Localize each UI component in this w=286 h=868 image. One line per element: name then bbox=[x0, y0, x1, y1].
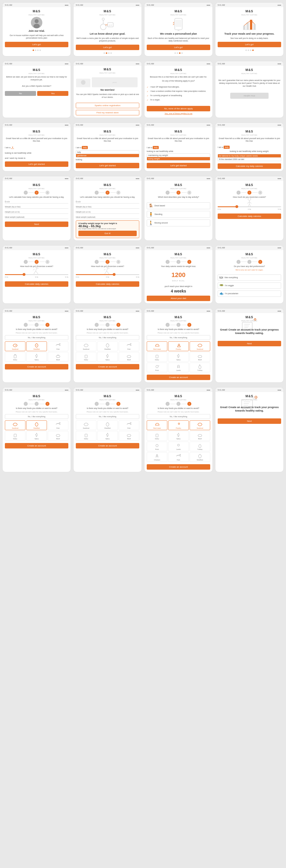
food-shellfish[interactable]: Shellfish bbox=[26, 341, 47, 351]
food-poultry[interactable]: Poultry bbox=[168, 341, 189, 351]
food-seafood[interactable]: Seafood bbox=[5, 341, 26, 351]
about-diet-button[interactable]: About your diet bbox=[147, 296, 210, 301]
next-button[interactable]: Next bbox=[218, 341, 281, 346]
veggie-option[interactable]: 🥗 I'm veggie bbox=[218, 282, 281, 289]
option-lady[interactable]: lady bbox=[76, 151, 139, 154]
food-dairy[interactable]: Dairy bbox=[5, 352, 26, 362]
weight-input[interactable] bbox=[76, 205, 139, 209]
create-account-button[interactable]: Create an account bbox=[5, 443, 68, 448]
food-shellfish[interactable]: Shellfish bbox=[97, 421, 118, 430]
gotit-button[interactable]: Got it! bbox=[78, 231, 137, 236]
get-started-button[interactable]: Let's get started bbox=[5, 161, 68, 167]
food-shellfish[interactable]: Shellfish bbox=[26, 421, 47, 430]
exercise-slider[interactable] bbox=[218, 206, 281, 207]
food-chicken[interactable]: Chicken bbox=[147, 452, 167, 462]
gender-dropdown[interactable]: ▼ bbox=[11, 146, 14, 149]
food-beef[interactable]: Beef bbox=[119, 431, 139, 441]
food-spicy[interactable]: Spicy bbox=[97, 431, 118, 441]
no-i-like-button[interactable]: No, I like everything bbox=[5, 335, 68, 340]
food-lamb[interactable]: Lamb bbox=[168, 442, 189, 451]
get-started-button[interactable]: Let's get started bbox=[147, 163, 210, 168]
food-lamb[interactable]: Lamb bbox=[168, 363, 189, 372]
food-redmeat[interactable]: Red meat bbox=[147, 341, 167, 351]
food-spicy[interactable]: Spicy bbox=[168, 431, 189, 441]
no-i-like-button[interactable]: No, I like everything bbox=[76, 335, 139, 340]
food-seafood[interactable]: Seafood bbox=[190, 341, 210, 351]
food-spicy[interactable]: Spicy bbox=[26, 431, 47, 441]
find-store-button[interactable]: Find my nearest store bbox=[76, 110, 139, 115]
no-i-like-button[interactable]: No, I like everything bbox=[5, 414, 68, 419]
food-fish[interactable]: Fish bbox=[119, 421, 139, 430]
next-button[interactable]: Next bbox=[218, 418, 281, 424]
standing-option[interactable]: 🧍 Standing bbox=[147, 211, 210, 218]
height-input[interactable] bbox=[76, 210, 139, 214]
ideal-weight-input[interactable] bbox=[76, 216, 139, 219]
height-input[interactable] bbox=[5, 210, 68, 214]
food-beef[interactable]: Beef bbox=[190, 431, 210, 441]
next-button[interactable]: Next bbox=[5, 221, 68, 227]
food-shellfish2[interactable]: Shellfish bbox=[190, 452, 210, 462]
food-turkey[interactable]: Turkey bbox=[190, 442, 210, 451]
food-redmeat[interactable]: Red meat bbox=[147, 421, 167, 430]
gender-selected[interactable]: lady bbox=[224, 146, 230, 149]
health-hub-button[interactable]: Health Hub bbox=[230, 93, 268, 99]
pescatarian-option[interactable]: 🐟 I'm pescatarian bbox=[218, 290, 281, 297]
none-apply-button[interactable]: No, none of the above apply bbox=[147, 106, 210, 111]
get-started-button[interactable]: Let's get started bbox=[76, 163, 139, 168]
calc-calories-button[interactable]: Calculate daily calories bbox=[5, 281, 68, 287]
no-button[interactable]: No bbox=[5, 91, 36, 96]
food-seafood[interactable]: Seafood bbox=[190, 421, 210, 430]
food-fish[interactable]: Fish bbox=[48, 421, 68, 430]
create-account-button[interactable]: Create an account bbox=[147, 375, 210, 380]
food-spicy[interactable]: Spicy bbox=[168, 352, 189, 362]
food-beef[interactable]: Beef bbox=[48, 352, 68, 362]
weight-input[interactable] bbox=[5, 205, 68, 209]
food-seafood[interactable]: Seafood bbox=[76, 341, 96, 351]
food-dairy[interactable]: Dairy bbox=[147, 431, 167, 441]
food-dairy[interactable]: Dairy bbox=[76, 352, 96, 362]
food-seafood[interactable]: Seafood bbox=[76, 421, 96, 430]
food-fish[interactable]: Fish bbox=[119, 341, 139, 351]
no-i-like-button[interactable]: No, I like everything bbox=[76, 414, 139, 419]
calc-calories-button[interactable]: Calculate daily calories bbox=[76, 281, 139, 287]
create-account-button[interactable]: Create an account bbox=[5, 364, 68, 369]
food-dairy[interactable]: Dairy bbox=[5, 431, 26, 441]
food-poultry[interactable]: Poultry bbox=[168, 421, 189, 430]
food-pork[interactable]: Pork bbox=[147, 442, 167, 451]
ideal-weight-input[interactable] bbox=[5, 216, 68, 219]
food-beef[interactable]: Beef bbox=[190, 352, 210, 362]
lets-go-button[interactable]: Let's go! bbox=[76, 44, 139, 50]
exercise-slider[interactable] bbox=[76, 274, 139, 275]
food-beef[interactable]: Beef bbox=[48, 431, 68, 441]
exercise-slider[interactable] bbox=[5, 274, 68, 275]
gender-selected[interactable]: lady bbox=[82, 146, 88, 149]
option-standard-calorie[interactable]: fit the standard 2000 cal diet bbox=[218, 158, 281, 161]
food-fish2[interactable]: Fish bbox=[168, 452, 189, 462]
dob-input[interactable] bbox=[5, 200, 68, 204]
lets-go-button[interactable]: Let's go! bbox=[218, 42, 281, 47]
option-gentleman[interactable]: gentleman bbox=[76, 154, 139, 157]
yes-button[interactable]: Yes bbox=[37, 91, 68, 96]
no-i-like-button[interactable]: No, I like everything bbox=[147, 335, 210, 340]
option-body-calorie[interactable]: be tailored to my body unique calorie ne… bbox=[218, 154, 281, 158]
option-maintain[interactable]: maintaining my weight bbox=[147, 154, 210, 157]
food-fish[interactable]: Fish bbox=[48, 341, 68, 351]
food-spicy[interactable]: Spicy bbox=[97, 352, 118, 362]
moving-option[interactable]: 🚶 Moving around bbox=[147, 219, 210, 226]
food-beef[interactable]: Beef bbox=[119, 352, 139, 362]
calc-calories-button[interactable]: Calculate my daily calories bbox=[218, 163, 281, 169]
gender-selected[interactable]: lady bbox=[153, 146, 159, 149]
food-dairy[interactable]: Dairy bbox=[76, 431, 96, 441]
lets-go-button[interactable]: Let's go! bbox=[5, 42, 68, 47]
desk-option[interactable]: 🪑 Desk based bbox=[147, 202, 210, 209]
food-dairy[interactable]: Dairy bbox=[147, 352, 167, 362]
no-i-like-button[interactable]: No, I like everything bbox=[147, 414, 210, 419]
create-account-button[interactable]: Create an account bbox=[147, 464, 210, 470]
create-account-button[interactable]: Create an account bbox=[76, 364, 139, 369]
option-lose[interactable]: losing weight bbox=[147, 157, 210, 160]
lets-go-button[interactable]: Let's go! bbox=[147, 44, 210, 50]
food-pork[interactable]: Pork bbox=[147, 363, 167, 372]
create-account-button[interactable]: Create an account bbox=[76, 443, 139, 448]
everything-option[interactable]: 🍽 I like everything bbox=[218, 275, 281, 281]
calc-calories-button[interactable]: Calculate daily calories bbox=[218, 214, 281, 219]
